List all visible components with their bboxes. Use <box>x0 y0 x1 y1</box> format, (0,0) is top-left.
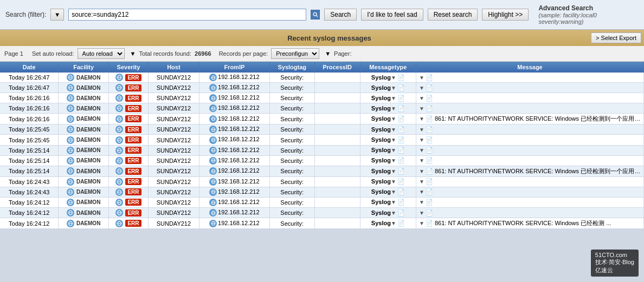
cell-messagetype: Syslog▼📄 <box>360 103 416 114</box>
cell-host: SUNDAY212 <box>149 103 199 114</box>
cell-host: SUNDAY212 <box>149 197 199 207</box>
table-row: Today 16:24:12 DAEMON ERR SUNDAY212 192.… <box>0 197 644 207</box>
table-header-row: Date Facility Severity Host FromIP Syslo… <box>0 62 644 73</box>
highlight-button[interactable]: Highlight >> <box>482 9 529 21</box>
cell-processid <box>314 208 360 218</box>
cell-message: ▼📄 <box>416 187 644 197</box>
cell-messagetype: Syslog▼📄 <box>360 176 416 187</box>
cell-syslogtag: Security: <box>269 208 314 218</box>
cell-facility: DAEMON <box>59 93 108 103</box>
cell-message: ▼📄 861: NT AUTHORITY\NETWORK SERVICE: Wi… <box>416 114 644 124</box>
records-per-page-label: Records per page: <box>219 50 268 57</box>
records-per-page-select[interactable]: Preconfigun <box>271 48 319 59</box>
advanced-search-sample: (sample: facility:local0 severity:warnin… <box>538 12 639 25</box>
cell-syslogtag: Security: <box>269 155 314 166</box>
banner: Recent syslog messages > Select Export <box>0 30 644 46</box>
cell-syslogtag: Security: <box>269 114 314 124</box>
select-export-button[interactable]: > Select Export <box>591 32 641 43</box>
search-dropdown-button[interactable]: ▼ <box>50 9 64 21</box>
cell-date: Today 16:25:14 <box>0 166 59 176</box>
cell-syslogtag: Security: <box>269 73 314 83</box>
auto-reload-label: Set auto reload: <box>32 50 74 57</box>
table-row: Today 16:24:12 DAEMON ERR SUNDAY212 192.… <box>0 208 644 218</box>
cell-host: SUNDAY212 <box>149 73 199 83</box>
search-submit-icon[interactable] <box>311 10 320 19</box>
cell-processid <box>314 166 360 176</box>
cell-messagetype: Syslog▼📄 <box>360 208 416 218</box>
cell-fromip: 192.168.12.212 <box>199 208 269 218</box>
cell-facility: DAEMON <box>59 218 108 229</box>
cell-message: ▼📄 <box>416 135 644 145</box>
cell-fromip: 192.168.12.212 <box>199 155 269 166</box>
banner-title: Recent syslog messages <box>68 34 591 42</box>
cell-message: ▼📄 <box>416 208 644 218</box>
search-bar: Search (filter): ▼ Search I'd like to fe… <box>0 0 644 30</box>
cell-processid <box>314 145 360 155</box>
cell-severity: ERR <box>108 93 148 103</box>
cell-date: Today 16:25:14 <box>0 145 59 155</box>
cell-host: SUNDAY212 <box>149 93 199 103</box>
cell-severity: ERR <box>108 114 148 124</box>
cell-message: ▼📄 <box>416 176 644 187</box>
cell-messagetype: Syslog▼📄 <box>360 166 416 176</box>
cell-date: Today 16:24:43 <box>0 187 59 197</box>
cell-processid <box>314 155 360 166</box>
cell-messagetype: Syslog▼📄 <box>360 114 416 124</box>
col-syslogtag[interactable]: Syslogtag <box>269 62 314 73</box>
cell-date: Today 16:24:43 <box>0 176 59 187</box>
cell-syslogtag: Security: <box>269 83 314 93</box>
cell-messagetype: Syslog▼📄 <box>360 197 416 207</box>
cell-processid <box>314 93 360 103</box>
cell-facility: DAEMON <box>59 73 108 83</box>
cell-fromip: 192.168.12.212 <box>199 73 269 83</box>
cell-fromip: 192.168.12.212 <box>199 103 269 114</box>
total-records-label: Total records found: <box>139 50 191 57</box>
cell-facility: DAEMON <box>59 208 108 218</box>
cell-fromip: 192.168.12.212 <box>199 124 269 135</box>
cell-severity: ERR <box>108 176 148 187</box>
cell-messagetype: Syslog▼📄 <box>360 73 416 83</box>
cell-fromip: 192.168.12.212 <box>199 145 269 155</box>
cell-facility: DAEMON <box>59 166 108 176</box>
cell-syslogtag: Security: <box>269 218 314 229</box>
cell-facility: DAEMON <box>59 103 108 114</box>
col-severity[interactable]: Severity <box>108 62 148 73</box>
cell-facility: DAEMON <box>59 83 108 93</box>
cell-facility: DAEMON <box>59 155 108 166</box>
cell-messagetype: Syslog▼📄 <box>360 124 416 135</box>
advanced-search-info: Advanced Search (sample: facility:local0… <box>538 4 639 25</box>
feel-sad-button[interactable]: I'd like to feel sad <box>361 9 423 21</box>
cell-message: ▼📄 861: NT AUTHORITY\NETWORK SERVICE: Wi… <box>416 218 644 229</box>
col-facility[interactable]: Facility <box>59 62 108 73</box>
reset-search-button[interactable]: Reset search <box>428 9 478 21</box>
cell-messagetype: Syslog▼📄 <box>360 93 416 103</box>
cell-severity: ERR <box>108 83 148 93</box>
cell-processid <box>314 103 360 114</box>
col-host[interactable]: Host <box>149 62 199 73</box>
cell-syslogtag: Security: <box>269 103 314 114</box>
cell-facility: DAEMON <box>59 114 108 124</box>
auto-reload-select[interactable]: Auto reload <box>78 48 125 59</box>
col-processid[interactable]: ProcessID <box>314 62 360 73</box>
cell-processid <box>314 73 360 83</box>
cell-severity: ERR <box>108 166 148 176</box>
cell-processid <box>314 187 360 197</box>
search-button[interactable]: Search <box>324 9 357 21</box>
col-messagetype[interactable]: Messagetype <box>360 62 416 73</box>
cell-fromip: 192.168.12.212 <box>199 218 269 229</box>
cell-message: ▼📄 <box>416 197 644 207</box>
page-info: Page 1 <box>4 50 23 57</box>
col-message[interactable]: Message <box>416 62 644 73</box>
cell-message: ▼📄 <box>416 155 644 166</box>
cell-severity: ERR <box>108 73 148 83</box>
search-label: Search (filter): <box>5 11 46 18</box>
col-date[interactable]: Date <box>0 62 59 73</box>
cell-date: Today 16:24:12 <box>0 218 59 229</box>
cell-facility: DAEMON <box>59 176 108 187</box>
cell-message: ▼📄 <box>416 73 644 83</box>
table-row: Today 16:25:14 DAEMON ERR SUNDAY212 192.… <box>0 166 644 176</box>
search-input[interactable] <box>68 9 306 21</box>
col-fromip[interactable]: FromIP <box>199 62 269 73</box>
cell-message: ▼📄 <box>416 124 644 135</box>
pager-label: Pager: <box>334 50 351 57</box>
